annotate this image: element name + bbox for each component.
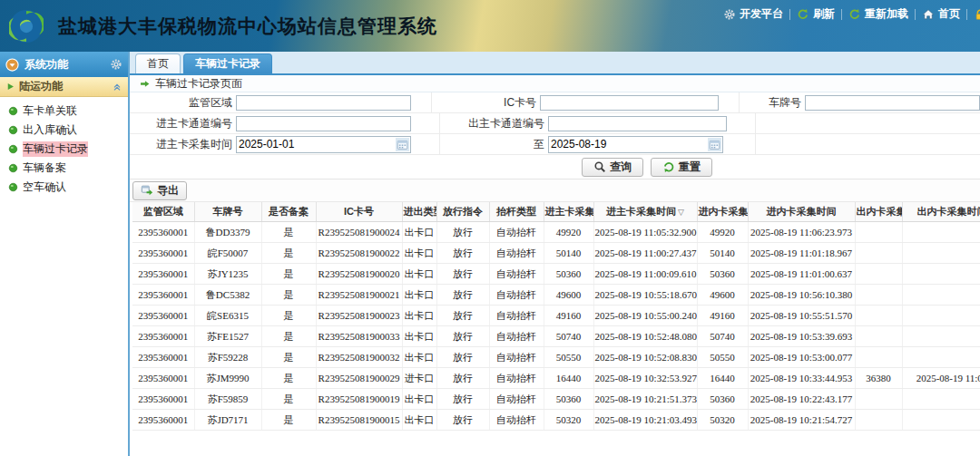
nav-home[interactable]: 首页 (922, 6, 960, 22)
cell-in-main-weight: 49920 (544, 222, 593, 243)
sidebar-item-vehicle-pass-records[interactable]: 车辆过卡记录 (0, 140, 128, 159)
tab-vehicle-pass-records[interactable]: 车辆过卡记录 (183, 53, 272, 73)
cell-release-cmd: 放行 (436, 368, 489, 389)
table-row[interactable]: 2395360001苏FE1527是R239525081900033出卡口放行自… (132, 326, 980, 347)
cell-in-inner-time: 2025-08-19 11:01:18.967 (748, 243, 855, 264)
search-button[interactable]: 查询 (582, 158, 643, 177)
col-out-inner-time[interactable]: 出内卡采集时间 (902, 202, 980, 222)
breadcrumb-label: 车辆过卡记录页面 (155, 76, 242, 92)
reset-icon (662, 160, 675, 173)
cell-supervision-area: 2395360001 (132, 285, 194, 306)
ic-card-label: IC卡号 (432, 95, 540, 111)
cell-out-inner-time (902, 326, 980, 347)
table-row[interactable]: 2395360001鲁DC5382是R239525081900021出卡口放行自… (132, 285, 980, 306)
cell-in-out-type: 出卡口 (402, 347, 436, 368)
in-main-time-from-input[interactable] (237, 138, 396, 151)
cell-barrier-type: 自动抬杆 (489, 368, 544, 389)
collapse-icon[interactable] (112, 82, 122, 92)
calendar-icon[interactable] (708, 138, 721, 151)
cell-in-main-weight: 16440 (544, 368, 593, 389)
cell-in-main-weight: 50550 (544, 347, 593, 368)
cell-release-cmd: 放行 (436, 285, 489, 306)
cell-in-inner-weight: 49160 (697, 306, 748, 326)
cell-recorded: 是 (261, 410, 316, 431)
cell-in-inner-time: 2025-08-19 10:53:00.077 (748, 347, 855, 368)
table-row[interactable]: 2395360001皖SE6315是R239525081900023出卡口放行自… (132, 306, 980, 326)
table-row[interactable]: 2395360001苏JM9990是R239525081900029进卡口放行自… (132, 368, 980, 389)
cell-release-cmd: 放行 (436, 222, 489, 243)
supervision-area-input[interactable] (236, 95, 411, 111)
main-panel: 首页车辆过卡记录 车辆过卡记录页面 监管区域 IC卡号 (130, 52, 980, 456)
out-main-channel-input[interactable] (548, 116, 727, 131)
cell-release-cmd: 放行 (436, 264, 489, 285)
table-row[interactable]: 2395360001皖F50007是R239525081900022出卡口放行自… (132, 243, 980, 264)
cell-ic-card-no: R239525081900023 (316, 306, 402, 326)
panel-toggle-icon[interactable] (5, 58, 19, 72)
sidebar-item-card-vehicle-link[interactable]: 车卡单关联 (0, 102, 128, 121)
reset-button-label: 重置 (679, 160, 701, 175)
in-main-channel-input[interactable] (236, 116, 411, 131)
cell-recorded: 是 (261, 389, 316, 410)
col-supervision-area[interactable]: 监管区域 (132, 202, 194, 222)
nav-label: 首页 (938, 6, 960, 22)
cell-barrier-type: 自动抬杆 (489, 410, 544, 431)
export-button[interactable]: 导出 (132, 181, 187, 200)
cell-ic-card-no: R239525081900022 (316, 243, 402, 264)
table-row[interactable]: 2395360001苏JD7171是R239525081900015出卡口放行自… (132, 410, 980, 431)
cell-in-main-weight: 49600 (544, 285, 593, 306)
col-in-inner-weight[interactable]: 进内卡采集重量 (697, 202, 748, 222)
cell-in-inner-time: 2025-08-19 11:01:00.637 (748, 264, 855, 285)
cell-in-out-type: 出卡口 (402, 410, 436, 431)
cell-out-inner-weight (855, 326, 902, 347)
reset-button[interactable]: 重置 (651, 158, 712, 177)
cell-supervision-area: 2395360001 (132, 306, 194, 326)
nav-reload[interactable]: 重新加载 (848, 6, 908, 22)
sidebar-item-empty-vehicle-confirm[interactable]: 空车确认 (0, 178, 128, 197)
sidebar: 系统功能 陆运功能 车卡单关联出入库确认车辆过卡记录车辆备案空车确认 (0, 52, 130, 456)
calendar-icon[interactable] (396, 138, 409, 151)
lock-icon (974, 8, 980, 21)
table-row[interactable]: 2395360001鲁DD3379是R239525081900024出卡口放行自… (132, 222, 980, 243)
cell-out-inner-weight: 36380 (855, 368, 902, 389)
col-out-inner-weight[interactable]: 出内卡采集重量 (855, 202, 902, 222)
nav-refresh[interactable]: 刷新 (797, 6, 835, 22)
cell-in-out-type: 进卡口 (402, 368, 436, 389)
app-logo-icon (9, 9, 44, 44)
cell-supervision-area: 2395360001 (132, 326, 194, 347)
sidebar-group-label: 陆运功能 (19, 79, 63, 94)
cell-release-cmd: 放行 (436, 347, 489, 368)
sidebar-item-inout-warehouse-confirm[interactable]: 出入库确认 (0, 121, 128, 140)
out-main-channel-label: 出主卡通道编号 (440, 116, 548, 131)
col-ic-card-no[interactable]: IC卡号 (316, 202, 402, 222)
ic-card-input[interactable] (540, 95, 719, 111)
cell-in-inner-weight: 16440 (697, 368, 748, 389)
cell-plate-no: 苏JD7171 (194, 410, 261, 431)
in-main-time-to-input[interactable] (549, 138, 708, 151)
cell-ic-card-no: R239525081900020 (316, 264, 402, 285)
col-in-out-type[interactable]: 进出类型 (402, 202, 436, 222)
cell-supervision-area: 2395360001 (132, 347, 194, 368)
sidebar-item-vehicle-filing[interactable]: 车辆备案 (0, 159, 128, 178)
in-main-time-to-label: 至 (440, 137, 548, 152)
table-row[interactable]: 2395360001苏F59228是R239525081900032出卡口放行自… (132, 347, 980, 368)
table-row[interactable]: 2395360001苏JY1235是R239525081900020出卡口放行自… (132, 264, 980, 285)
col-in-inner-time[interactable]: 进内卡采集时间 (748, 202, 855, 222)
plate-no-input[interactable] (805, 95, 980, 111)
nav-dev-platform[interactable]: 开发平台 (723, 6, 783, 22)
cell-out-inner-time: 2025-08-19 11:02 (902, 368, 980, 389)
table-row[interactable]: 2395360001苏F59859是R239525081900019出卡口放行自… (132, 389, 980, 410)
nav-lock[interactable] (974, 8, 980, 21)
col-barrier-type[interactable]: 抬杆类型 (489, 202, 544, 222)
cell-plate-no: 鲁DD3379 (194, 222, 261, 243)
col-in-main-weight[interactable]: 进主卡采集重量 (544, 202, 593, 222)
col-in-main-time[interactable]: 进主卡采集时间▽ (593, 202, 697, 222)
gear-icon[interactable] (110, 58, 122, 71)
col-release-cmd[interactable]: 放行指令 (436, 202, 489, 222)
col-plate-no[interactable]: 车牌号 (194, 202, 261, 222)
cell-barrier-type: 自动抬杆 (489, 306, 544, 326)
sidebar-group-land-transport[interactable]: 陆运功能 (0, 77, 128, 97)
sidebar-menu: 车卡单关联出入库确认车辆过卡记录车辆备案空车确认 (0, 102, 128, 197)
col-recorded[interactable]: 是否备案 (261, 202, 316, 222)
cell-plate-no: 鲁DC5382 (194, 285, 261, 306)
tab-home[interactable]: 首页 (135, 53, 181, 73)
